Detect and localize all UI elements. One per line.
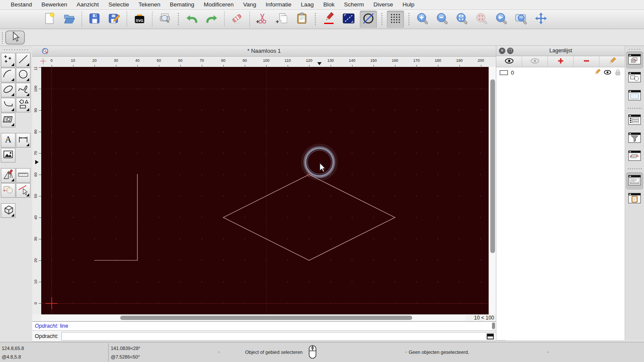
redo-button[interactable]	[203, 11, 220, 28]
image-tool-button[interactable]	[1, 148, 15, 163]
toolbar-drag-handle[interactable]	[408, 12, 410, 26]
toolbar-separator	[82, 12, 82, 27]
toolbar-drag-handle[interactable]	[1, 32, 3, 44]
property-editor-panel-toggle[interactable]	[626, 112, 643, 129]
zoom-selection-button[interactable]	[473, 11, 490, 28]
layer-edit-pencil-icon[interactable]	[593, 69, 601, 77]
paste-button[interactable]	[293, 11, 310, 28]
toolbar-drag-handle[interactable]	[177, 12, 179, 26]
menu-blok[interactable]: Blok	[319, 0, 339, 9]
pen-color-button[interactable]	[320, 11, 337, 28]
text-tool-button[interactable]: A	[1, 133, 15, 148]
pan-button[interactable]	[532, 11, 550, 28]
drawing-canvas[interactable]	[41, 67, 489, 314]
show-all-layers-eye-button[interactable]	[496, 56, 522, 67]
h-ruler-label: 200	[475, 58, 486, 63]
h-ruler-label: 0	[46, 58, 57, 63]
menu-hulp[interactable]: Hulp	[398, 0, 419, 9]
hatch-tool-button[interactable]	[1, 113, 15, 127]
palette-drag-handle[interactable]	[3, 48, 30, 51]
selection-filter-panel-toggle[interactable]	[626, 130, 643, 147]
command-history-scrollbar[interactable]	[492, 322, 495, 330]
edit-layer-button[interactable]	[599, 56, 625, 67]
print-preview-button[interactable]	[156, 11, 173, 28]
line-properties-button[interactable]	[340, 11, 357, 28]
circle-tool-button[interactable]	[16, 68, 30, 82]
menu-bestand[interactable]: Bestand	[6, 0, 37, 9]
arc-tool-button[interactable]	[1, 68, 15, 82]
menu-modificeren[interactable]: Modificeren	[199, 0, 239, 9]
horizontal-scrollbar[interactable]	[41, 315, 466, 321]
zoom-out-button[interactable]	[434, 11, 451, 28]
layer-list-panel-toggle[interactable]	[626, 51, 643, 69]
line-tool-button[interactable]	[16, 53, 30, 67]
measure-tool-button[interactable]	[16, 168, 30, 183]
toolbar-separator	[152, 12, 152, 27]
toolbar-drag-handle[interactable]	[381, 12, 383, 26]
vertical-scrollbar-thumb[interactable]	[490, 79, 495, 253]
solid-tool-button[interactable]	[1, 203, 15, 218]
layer-row[interactable]: 0	[496, 67, 625, 78]
modify-tools-panel-toggle[interactable]	[626, 148, 643, 165]
construction-mode-button[interactable]	[360, 11, 377, 28]
command-history-scrollbar-thumb[interactable]	[492, 323, 495, 329]
document-titlebar[interactable]: * Naamloos 1	[32, 46, 496, 57]
command-line-panel-toggle[interactable]	[626, 172, 643, 190]
modify-tool-button[interactable]	[1, 183, 15, 198]
drafting-tool-button[interactable]	[1, 168, 15, 183]
new-file-button[interactable]	[41, 11, 58, 28]
layer-list-panel: ✕ ❐ Lagenlijst 0	[496, 46, 625, 340]
select-tool-button[interactable]	[5, 30, 25, 45]
menu-laag[interactable]: Laag	[296, 0, 319, 9]
undo-button[interactable]	[183, 11, 200, 28]
statusbar-divider	[108, 343, 109, 362]
menu-selectie[interactable]: Selectie	[103, 0, 134, 9]
dock-strip-handle[interactable]	[628, 48, 641, 51]
menu-bemating[interactable]: Bemating	[165, 0, 199, 9]
horizontal-scrollbar-thumb[interactable]	[120, 316, 412, 320]
layer-color-swatch[interactable]	[500, 70, 508, 75]
zoom-in-button[interactable]	[414, 11, 431, 28]
zoom-window-button[interactable]	[513, 11, 530, 28]
copy-button[interactable]	[273, 11, 291, 28]
zoom-previous-button[interactable]	[493, 11, 510, 28]
point-tool-button[interactable]	[1, 53, 15, 67]
menu-informatie[interactable]: Informatie	[261, 0, 296, 9]
trim-tool-icon	[18, 184, 29, 197]
polyline-tool-button[interactable]	[1, 98, 15, 112]
menu-vang[interactable]: Vang	[238, 0, 261, 9]
svg-export-button[interactable]: SVG	[131, 11, 148, 28]
erase-button[interactable]	[228, 11, 246, 28]
toolbar-drag-handle[interactable]	[314, 12, 316, 26]
layer-visible-eye-icon[interactable]	[604, 69, 611, 77]
layer-list-panel-icon	[628, 54, 641, 66]
block-list-panel-toggle[interactable]	[626, 69, 643, 87]
menu-aanzicht[interactable]: Aanzicht	[72, 0, 104, 9]
library-browser-panel-toggle[interactable]	[626, 87, 643, 105]
save-as-button[interactable]	[106, 11, 123, 28]
menu-scherm[interactable]: Scherm	[339, 0, 369, 9]
cut-button[interactable]	[254, 11, 271, 28]
menu-tekenen[interactable]: Tekenen	[134, 0, 165, 9]
console-window-button[interactable]	[486, 332, 495, 340]
remove-layer-button[interactable]	[574, 56, 599, 67]
save-button[interactable]	[86, 11, 103, 28]
clipboard-panel-toggle[interactable]	[626, 190, 643, 208]
dimension-tool-button[interactable]	[16, 133, 30, 148]
layer-lock-icon[interactable]	[614, 69, 622, 77]
h-ruler-label: 20	[89, 58, 100, 63]
trim-tool-button[interactable]	[16, 183, 30, 198]
statusbar-dot	[547, 351, 549, 353]
open-file-button[interactable]	[61, 11, 78, 28]
menu-bewerken[interactable]: Bewerken	[37, 0, 72, 9]
polygon-tool-button[interactable]	[16, 98, 30, 112]
add-layer-button[interactable]	[548, 56, 574, 67]
menu-diverse[interactable]: Diverse	[369, 0, 398, 9]
toggle-hidden-eye-button[interactable]	[522, 56, 548, 67]
spline-tool-button[interactable]	[16, 83, 30, 97]
ellipse-tool-button[interactable]	[1, 83, 15, 97]
grid-toggle-button[interactable]	[387, 11, 404, 28]
zoom-auto-button[interactable]	[453, 11, 471, 28]
command-input[interactable]	[61, 332, 506, 341]
vertical-scrollbar[interactable]	[489, 67, 496, 314]
